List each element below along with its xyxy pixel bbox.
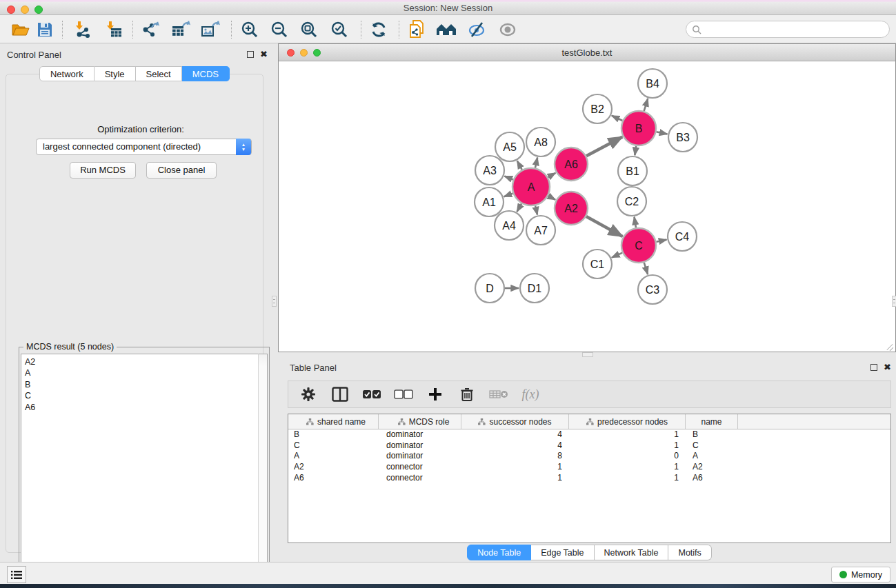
resize-corner-icon[interactable]	[886, 343, 895, 352]
deselect-all-checkboxes-button[interactable]	[393, 384, 414, 405]
select-all-checkboxes-button[interactable]	[361, 384, 382, 405]
tab-edge-table[interactable]: Edge Table	[531, 545, 594, 560]
cell-successor-nodes[interactable]: 4	[461, 440, 569, 452]
graph-edge-A-A5[interactable]	[517, 161, 522, 170]
clone-network-button[interactable]	[406, 18, 429, 41]
export-network-button[interactable]	[139, 18, 162, 41]
optimization-criterion-select[interactable]: largest connected component (directed) ▲…	[36, 139, 252, 155]
import-network-button[interactable]	[71, 18, 94, 41]
column-header-shared-name[interactable]: shared name	[288, 414, 379, 429]
close-panel-icon[interactable]: ✖	[260, 49, 268, 59]
cell-shared-name[interactable]: B	[288, 429, 379, 440]
tab-select[interactable]: Select	[136, 66, 182, 81]
graph-edge-A-A6[interactable]	[548, 173, 555, 177]
export-table-button[interactable]	[169, 18, 192, 41]
cell-successor-nodes[interactable]: 1	[461, 473, 569, 484]
column-header-name[interactable]: name	[686, 414, 738, 429]
search-field[interactable]	[686, 21, 890, 38]
delete-table-button[interactable]	[488, 384, 509, 405]
open-file-button[interactable]	[9, 18, 32, 41]
dropdown-stepper-icon[interactable]: ▲▼	[236, 139, 251, 155]
cell-mcds-role[interactable]: dominator	[379, 440, 461, 452]
cell-mcds-role[interactable]: dominator	[379, 429, 461, 440]
graph-edge-A-A4[interactable]	[517, 203, 521, 212]
result-item[interactable]: A	[25, 367, 259, 378]
tab-style[interactable]: Style	[94, 66, 136, 81]
result-scrollbar[interactable]	[258, 354, 268, 580]
cell-mcds-role[interactable]: dominator	[379, 451, 461, 462]
cell-name[interactable]: C	[686, 440, 738, 452]
result-item[interactable]: B	[25, 379, 259, 390]
show-view-button[interactable]	[496, 18, 519, 41]
result-item[interactable]: C	[25, 390, 259, 401]
memory-button[interactable]: Memory	[831, 567, 890, 582]
cell-name[interactable]: B	[686, 429, 738, 440]
table-row[interactable]: A dominator 8 0 A	[288, 451, 890, 462]
cell-mcds-role[interactable]: connector	[379, 462, 461, 473]
network-window-titlebar[interactable]: testGlobe.txt	[279, 44, 895, 61]
graph-edge-A-A1[interactable]	[504, 193, 513, 196]
graph-edge-C-C1[interactable]	[612, 253, 622, 258]
refresh-button[interactable]	[367, 18, 390, 41]
cell-predecessor-nodes[interactable]: 1	[569, 462, 686, 473]
graph-edge-A-A3[interactable]	[504, 176, 513, 180]
graph-edge-B-B2[interactable]	[612, 116, 623, 121]
cell-predecessor-nodes[interactable]: 0	[569, 451, 686, 462]
network-graph[interactable]: B4B2BB3A8A5A6A3B1AA1C2A2A4A7C4CC1C3DD1	[279, 62, 895, 352]
tab-motifs[interactable]: Motifs	[668, 545, 711, 560]
result-item[interactable]: A2	[25, 356, 259, 367]
mcds-result-list[interactable]: A2 A B C A6	[21, 354, 259, 580]
hide-labels-button[interactable]	[465, 18, 488, 41]
run-mcds-button[interactable]: Run MCDS	[70, 162, 136, 179]
cell-mcds-role[interactable]: connector	[379, 473, 461, 484]
column-header-predecessor-nodes[interactable]: predecessor nodes	[569, 414, 686, 429]
right-resize-grip[interactable]	[892, 296, 896, 307]
zoom-out-button[interactable]	[268, 18, 291, 41]
cell-shared-name[interactable]: A	[288, 451, 379, 462]
graph-edge-A-A8[interactable]	[535, 157, 537, 168]
float-table-panel-icon[interactable]	[870, 364, 877, 371]
close-table-panel-icon[interactable]: ✖	[884, 362, 891, 372]
tab-network[interactable]: Network	[39, 66, 94, 81]
zoom-selected-button[interactable]	[328, 18, 351, 41]
tab-node-table[interactable]: Node Table	[467, 545, 531, 560]
graph-edge-B-B1[interactable]	[635, 146, 636, 156]
tab-network-table[interactable]: Network Table	[595, 545, 669, 560]
cell-successor-nodes[interactable]: 8	[461, 451, 569, 462]
close-panel-button[interactable]: Close panel	[146, 162, 217, 179]
graph-edge-A-A7[interactable]	[535, 205, 537, 214]
cell-predecessor-nodes[interactable]: 1	[569, 440, 686, 452]
zoom-in-button[interactable]	[238, 18, 261, 41]
delete-button[interactable]	[457, 384, 477, 405]
cell-successor-nodes[interactable]: 4	[461, 429, 569, 440]
graph-edge-C-C2[interactable]	[635, 217, 636, 228]
cell-shared-name[interactable]: C	[288, 440, 379, 452]
tab-mcds[interactable]: MCDS	[182, 66, 230, 81]
graph-edge-A-A2[interactable]	[548, 196, 555, 200]
export-image-button[interactable]	[199, 18, 222, 41]
gear-button[interactable]	[298, 384, 319, 405]
zoom-fit-button[interactable]	[297, 18, 321, 41]
cell-predecessor-nodes[interactable]: 1	[569, 473, 686, 484]
float-panel-icon[interactable]	[247, 51, 254, 58]
save-session-button[interactable]	[33, 18, 57, 41]
import-table-button[interactable]	[102, 18, 126, 41]
cell-name[interactable]: A	[686, 451, 738, 462]
graph-edge-A2-C[interactable]	[586, 216, 622, 236]
function-builder-button[interactable]: f(x)	[520, 384, 541, 405]
table-row[interactable]: A2 connector 1 1 A2	[288, 462, 890, 473]
graph-edge-C-C4[interactable]	[656, 240, 666, 242]
graph-edge-B-B4[interactable]	[644, 99, 648, 111]
result-item[interactable]: A6	[25, 402, 259, 413]
table-row[interactable]: B dominator 4 1 B	[288, 429, 890, 440]
task-history-button[interactable]	[7, 566, 26, 583]
add-column-button[interactable]	[425, 384, 446, 405]
cell-successor-nodes[interactable]: 1	[461, 462, 569, 473]
bottom-resize-grip[interactable]	[582, 352, 593, 357]
cell-name[interactable]: A6	[686, 473, 738, 484]
cell-shared-name[interactable]: A6	[288, 473, 379, 484]
table-row[interactable]: A6 connector 1 1 A6	[288, 473, 890, 484]
table-row[interactable]: C dominator 4 1 C	[288, 440, 890, 452]
cell-name[interactable]: A2	[686, 462, 738, 473]
graph-edge-A6-B[interactable]	[586, 137, 622, 156]
